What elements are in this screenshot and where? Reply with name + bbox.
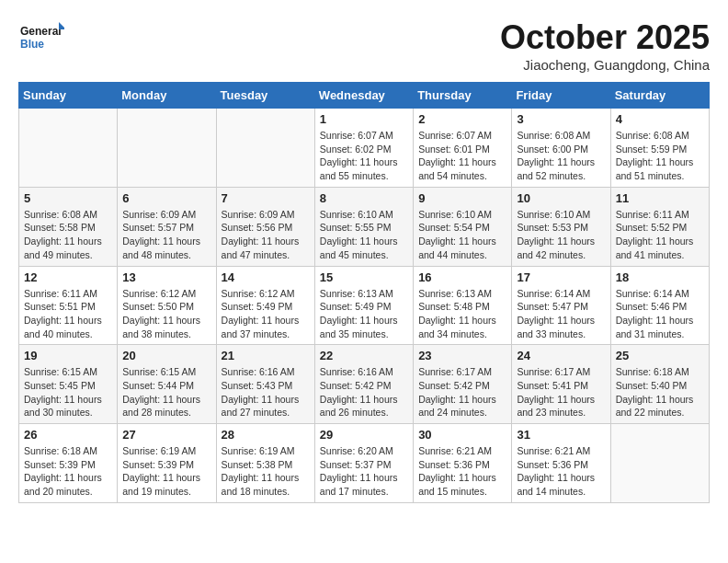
day-info: Sunrise: 6:14 AM Sunset: 5:46 PM Dayligh… — [616, 287, 704, 341]
weekday-header: Thursday — [414, 83, 512, 109]
day-info: Sunrise: 6:21 AM Sunset: 5:36 PM Dayligh… — [517, 444, 605, 499]
day-number: 14 — [222, 270, 310, 284]
calendar-cell: 14Sunrise: 6:12 AM Sunset: 5:49 PM Dayli… — [216, 266, 314, 345]
day-info: Sunrise: 6:07 AM Sunset: 6:01 PM Dayligh… — [418, 129, 506, 183]
day-number: 23 — [418, 349, 506, 362]
day-number: 28 — [222, 428, 310, 442]
day-info: Sunrise: 6:08 AM Sunset: 5:58 PM Dayligh… — [24, 208, 112, 262]
calendar-header: SundayMondayTuesdayWednesdayThursdayFrid… — [19, 83, 710, 109]
day-number: 11 — [616, 191, 704, 205]
day-number: 25 — [616, 349, 704, 362]
calendar-cell: 22Sunrise: 6:16 AM Sunset: 5:42 PM Dayli… — [314, 345, 413, 424]
day-number: 7 — [222, 191, 310, 205]
calendar-cell: 6Sunrise: 6:09 AM Sunset: 5:57 PM Daylig… — [118, 187, 216, 266]
day-number: 20 — [122, 349, 210, 362]
day-info: Sunrise: 6:11 AM Sunset: 5:52 PM Dayligh… — [616, 208, 704, 262]
calendar-cell — [610, 424, 709, 503]
calendar-cell: 31Sunrise: 6:21 AM Sunset: 5:36 PM Dayli… — [512, 424, 610, 503]
day-number: 19 — [24, 349, 112, 362]
day-number: 2 — [418, 112, 506, 126]
header-row: SundayMondayTuesdayWednesdayThursdayFrid… — [19, 83, 710, 109]
day-number: 26 — [24, 428, 112, 442]
calendar-cell: 5Sunrise: 6:08 AM Sunset: 5:58 PM Daylig… — [19, 187, 118, 266]
day-info: Sunrise: 6:08 AM Sunset: 5:59 PM Dayligh… — [616, 129, 704, 183]
calendar-cell: 17Sunrise: 6:14 AM Sunset: 5:47 PM Dayli… — [512, 266, 610, 345]
day-number: 12 — [24, 270, 112, 284]
calendar-cell: 8Sunrise: 6:10 AM Sunset: 5:55 PM Daylig… — [314, 187, 413, 266]
location: Jiaocheng, Guangdong, China — [500, 57, 710, 73]
logo-svg: General Blue — [18, 18, 64, 55]
weekday-header: Saturday — [610, 83, 709, 109]
day-info: Sunrise: 6:09 AM Sunset: 5:57 PM Dayligh… — [122, 208, 210, 262]
svg-text:Blue: Blue — [20, 38, 44, 51]
day-info: Sunrise: 6:11 AM Sunset: 5:51 PM Dayligh… — [24, 287, 112, 341]
calendar-cell: 20Sunrise: 6:15 AM Sunset: 5:44 PM Dayli… — [118, 345, 216, 424]
calendar-cell: 2Sunrise: 6:07 AM Sunset: 6:01 PM Daylig… — [414, 109, 512, 188]
calendar-body: 1Sunrise: 6:07 AM Sunset: 6:02 PM Daylig… — [19, 109, 710, 503]
calendar-cell: 25Sunrise: 6:18 AM Sunset: 5:40 PM Dayli… — [610, 345, 709, 424]
day-number: 1 — [320, 112, 408, 126]
day-number: 9 — [418, 191, 506, 205]
day-number: 5 — [24, 191, 112, 205]
day-number: 18 — [616, 270, 704, 284]
day-info: Sunrise: 6:17 AM Sunset: 5:41 PM Dayligh… — [517, 365, 605, 419]
day-info: Sunrise: 6:18 AM Sunset: 5:40 PM Dayligh… — [616, 365, 704, 419]
calendar-cell: 11Sunrise: 6:11 AM Sunset: 5:52 PM Dayli… — [610, 187, 709, 266]
day-number: 4 — [616, 112, 704, 126]
month-title: October 2025 — [500, 18, 710, 57]
day-number: 24 — [517, 349, 605, 362]
day-info: Sunrise: 6:16 AM Sunset: 5:43 PM Dayligh… — [222, 365, 310, 419]
calendar-cell: 16Sunrise: 6:13 AM Sunset: 5:48 PM Dayli… — [414, 266, 512, 345]
day-info: Sunrise: 6:13 AM Sunset: 5:48 PM Dayligh… — [418, 287, 506, 341]
weekday-header: Wednesday — [314, 83, 413, 109]
calendar-cell: 29Sunrise: 6:20 AM Sunset: 5:37 PM Dayli… — [314, 424, 413, 503]
calendar-cell: 24Sunrise: 6:17 AM Sunset: 5:41 PM Dayli… — [512, 345, 610, 424]
day-info: Sunrise: 6:13 AM Sunset: 5:49 PM Dayligh… — [320, 287, 408, 341]
day-info: Sunrise: 6:10 AM Sunset: 5:54 PM Dayligh… — [418, 208, 506, 262]
calendar-cell: 12Sunrise: 6:11 AM Sunset: 5:51 PM Dayli… — [19, 266, 118, 345]
calendar-cell — [216, 109, 314, 188]
day-info: Sunrise: 6:15 AM Sunset: 5:45 PM Dayligh… — [24, 365, 112, 419]
weekday-header: Tuesday — [216, 83, 314, 109]
day-number: 13 — [122, 270, 210, 284]
day-info: Sunrise: 6:18 AM Sunset: 5:39 PM Dayligh… — [24, 444, 112, 499]
calendar-cell: 30Sunrise: 6:21 AM Sunset: 5:36 PM Dayli… — [414, 424, 512, 503]
day-number: 15 — [320, 270, 408, 284]
calendar-cell: 13Sunrise: 6:12 AM Sunset: 5:50 PM Dayli… — [118, 266, 216, 345]
day-number: 6 — [122, 191, 210, 205]
calendar-cell: 10Sunrise: 6:10 AM Sunset: 5:53 PM Dayli… — [512, 187, 610, 266]
calendar-cell: 23Sunrise: 6:17 AM Sunset: 5:42 PM Dayli… — [414, 345, 512, 424]
day-info: Sunrise: 6:08 AM Sunset: 6:00 PM Dayligh… — [517, 129, 605, 183]
calendar-cell: 19Sunrise: 6:15 AM Sunset: 5:45 PM Dayli… — [19, 345, 118, 424]
day-info: Sunrise: 6:17 AM Sunset: 5:42 PM Dayligh… — [418, 365, 506, 419]
calendar-cell: 1Sunrise: 6:07 AM Sunset: 6:02 PM Daylig… — [314, 109, 413, 188]
calendar-cell: 9Sunrise: 6:10 AM Sunset: 5:54 PM Daylig… — [414, 187, 512, 266]
day-number: 8 — [320, 191, 408, 205]
calendar-cell: 15Sunrise: 6:13 AM Sunset: 5:49 PM Dayli… — [314, 266, 413, 345]
day-info: Sunrise: 6:10 AM Sunset: 5:55 PM Dayligh… — [320, 208, 408, 262]
calendar-week-row: 1Sunrise: 6:07 AM Sunset: 6:02 PM Daylig… — [19, 109, 710, 188]
calendar-week-row: 26Sunrise: 6:18 AM Sunset: 5:39 PM Dayli… — [19, 424, 710, 503]
day-number: 29 — [320, 428, 408, 442]
calendar-cell: 7Sunrise: 6:09 AM Sunset: 5:56 PM Daylig… — [216, 187, 314, 266]
weekday-header: Friday — [512, 83, 610, 109]
calendar-cell: 28Sunrise: 6:19 AM Sunset: 5:38 PM Dayli… — [216, 424, 314, 503]
calendar-cell: 18Sunrise: 6:14 AM Sunset: 5:46 PM Dayli… — [610, 266, 709, 345]
day-number: 17 — [517, 270, 605, 284]
day-info: Sunrise: 6:20 AM Sunset: 5:37 PM Dayligh… — [320, 444, 408, 499]
day-info: Sunrise: 6:21 AM Sunset: 5:36 PM Dayligh… — [418, 444, 506, 499]
day-number: 27 — [122, 428, 210, 442]
weekday-header: Monday — [118, 83, 216, 109]
day-info: Sunrise: 6:19 AM Sunset: 5:38 PM Dayligh… — [222, 444, 310, 499]
day-info: Sunrise: 6:15 AM Sunset: 5:44 PM Dayligh… — [122, 365, 210, 419]
day-info: Sunrise: 6:07 AM Sunset: 6:02 PM Dayligh… — [320, 129, 408, 183]
weekday-header: Sunday — [19, 83, 118, 109]
svg-text:General: General — [20, 25, 62, 38]
day-number: 30 — [418, 428, 506, 442]
day-info: Sunrise: 6:14 AM Sunset: 5:47 PM Dayligh… — [517, 287, 605, 341]
day-number: 31 — [517, 428, 605, 442]
day-info: Sunrise: 6:12 AM Sunset: 5:49 PM Dayligh… — [222, 287, 310, 341]
day-info: Sunrise: 6:16 AM Sunset: 5:42 PM Dayligh… — [320, 365, 408, 419]
day-number: 16 — [418, 270, 506, 284]
day-number: 10 — [517, 191, 605, 205]
